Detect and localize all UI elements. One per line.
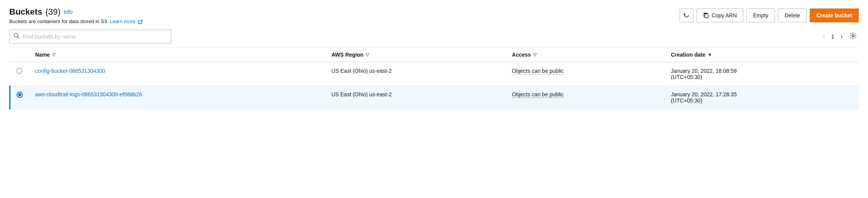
table-row: aws-cloudtrail-logs-066531304300-ef988b2… <box>10 86 859 109</box>
chevron-left-icon: ‹ <box>823 33 825 40</box>
row1-radio[interactable] <box>16 68 22 74</box>
sort-icon-name: ▽ <box>52 52 55 57</box>
th-region[interactable]: AWS Region ▽ <box>325 48 506 62</box>
th-name[interactable]: Name ▽ <box>29 48 325 62</box>
row2-access: Objects can be public <box>506 86 665 109</box>
row2-access-text: Objects can be public <box>512 91 564 98</box>
page-container: Buckets (39) Info Buckets are containers… <box>0 0 868 198</box>
delete-button[interactable]: Delete <box>778 8 807 22</box>
svg-line-2 <box>18 37 19 39</box>
row2-name: aws-cloudtrail-logs-066531304300-ef988b2… <box>29 86 325 109</box>
page-title: Buckets <box>9 7 42 17</box>
table-header-row: Name ▽ AWS Region ▽ Access ▽ <box>10 48 859 62</box>
bucket-count: (39) <box>46 7 61 17</box>
title-line: Buckets (39) Info <box>9 7 142 17</box>
copy-icon <box>703 12 709 18</box>
empty-button[interactable]: Empty <box>746 8 775 22</box>
row2-name-link[interactable]: aws-cloudtrail-logs-066531304300-ef988b2… <box>35 91 142 97</box>
subtitle-text: Buckets are containers for data stored i… <box>9 18 142 24</box>
create-bucket-button[interactable]: Create bucket <box>810 8 859 22</box>
search-icon <box>14 33 20 40</box>
settings-icon <box>849 32 856 39</box>
external-link-icon <box>138 20 142 24</box>
next-page-button[interactable]: › <box>838 32 845 42</box>
buckets-table: Name ▽ AWS Region ▽ Access ▽ <box>9 47 859 109</box>
action-buttons: Copy ARN Empty Delete Create bucket <box>680 8 859 22</box>
th-creation-date[interactable]: Creation date ▼ <box>665 48 859 62</box>
row2-creation-date: January 20, 2022, 17:28:35 (UTC+05:30) <box>665 86 859 109</box>
svg-point-3 <box>852 35 854 37</box>
copy-arn-button[interactable]: Copy ARN <box>697 8 743 22</box>
row1-access: Objects can be public <box>506 62 665 86</box>
table-body: config-bucket-066531304300 US East (Ohio… <box>10 62 859 109</box>
row2-radio[interactable] <box>17 92 23 98</box>
row1-name: config-bucket-066531304300 <box>29 62 325 86</box>
info-link[interactable]: Info <box>64 9 73 15</box>
refresh-button[interactable] <box>680 8 693 22</box>
row1-region: US East (Ohio) us-east-2 <box>325 62 506 86</box>
header-row: Buckets (39) Info Buckets are containers… <box>9 7 859 24</box>
sort-icon-access: ▽ <box>533 52 536 57</box>
svg-rect-0 <box>705 14 708 18</box>
th-checkbox <box>10 48 29 62</box>
table-row: config-bucket-066531304300 US East (Ohio… <box>10 62 859 86</box>
row1-creation-date: January 20, 2022, 18:08:59 (UTC+05:30) <box>665 62 859 86</box>
controls-row: ‹ 1 › <box>9 30 859 44</box>
learn-more-link[interactable]: Learn more <box>110 18 142 24</box>
prev-page-button[interactable]: ‹ <box>821 32 827 42</box>
sort-icon-creation-date: ▼ <box>708 52 712 57</box>
table-settings-button[interactable] <box>847 31 859 43</box>
refresh-icon <box>683 12 690 18</box>
header-left: Buckets (39) Info Buckets are containers… <box>9 7 142 24</box>
row2-region: US East (Ohio) us-east-2 <box>325 86 506 109</box>
sort-icon-region: ▽ <box>366 52 369 57</box>
pagination: ‹ 1 › <box>821 31 859 43</box>
th-access[interactable]: Access ▽ <box>506 48 665 62</box>
row1-checkbox-cell[interactable] <box>10 62 29 86</box>
chevron-right-icon: › <box>841 33 843 40</box>
row1-name-link[interactable]: config-bucket-066531304300 <box>35 68 105 74</box>
page-number: 1 <box>830 34 836 40</box>
row1-access-text: Objects can be public <box>512 68 564 74</box>
row2-checkbox-cell[interactable] <box>10 86 29 109</box>
search-box[interactable] <box>9 30 171 44</box>
search-input[interactable] <box>23 34 167 40</box>
